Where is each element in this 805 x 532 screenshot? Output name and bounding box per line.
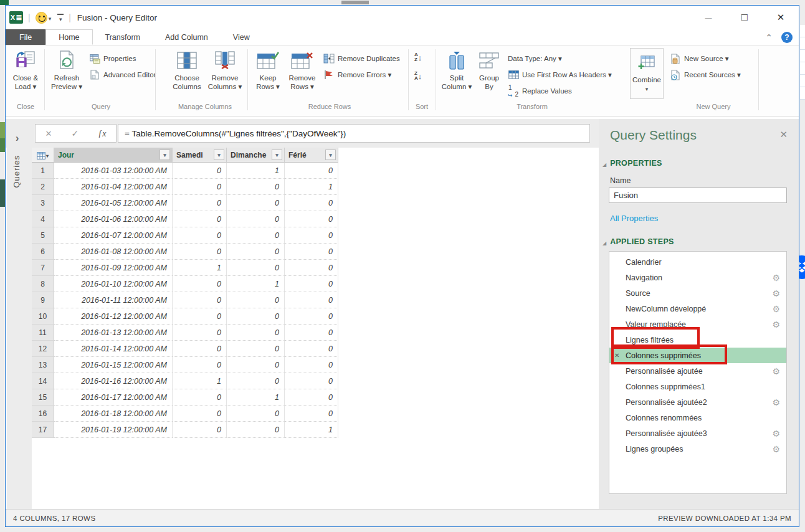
table-cell[interactable]: 0: [173, 308, 227, 325]
table-cell[interactable]: 0: [173, 292, 227, 308]
applied-steps-section-header[interactable]: APPLIED STEPS: [603, 236, 674, 247]
table-cell[interactable]: 2016-01-04 12:00:00 AM: [54, 179, 173, 195]
tab-transform[interactable]: Transform: [93, 29, 153, 45]
applied-step-item[interactable]: Personnalisée ajoutée: [609, 363, 786, 379]
applied-step-item[interactable]: Valeur remplacée: [609, 316, 786, 332]
customize-toolbar-icon[interactable]: [57, 14, 64, 21]
grid-corner-cell[interactable]: [32, 148, 54, 163]
table-cell[interactable]: 2016-01-14 12:00:00 AM: [54, 341, 173, 357]
column-header-samedi[interactable]: Samedi: [173, 148, 227, 163]
applied-step-item[interactable]: Calendrier: [609, 254, 786, 270]
table-cell[interactable]: 2016-01-19 12:00:00 AM: [54, 422, 173, 438]
table-cell[interactable]: 0: [227, 211, 285, 227]
tab-add-column[interactable]: Add Column: [153, 29, 221, 45]
table-cell[interactable]: 0: [285, 406, 338, 422]
column-header-jour[interactable]: Jour: [54, 148, 173, 163]
table-cell[interactable]: 0: [227, 422, 285, 438]
table-cell[interactable]: 0: [227, 227, 285, 244]
table-cell[interactable]: 2016-01-09 12:00:00 AM: [54, 260, 173, 276]
table-cell[interactable]: 0: [227, 406, 285, 422]
applied-step-selected[interactable]: Colonnes supprimées: [609, 348, 786, 363]
table-cell[interactable]: 0: [227, 373, 285, 389]
tab-home[interactable]: Home: [45, 29, 92, 45]
applied-step-item[interactable]: Source: [609, 285, 786, 301]
table-cell[interactable]: 0: [285, 195, 338, 211]
table-cell[interactable]: 0: [173, 276, 227, 292]
table-row[interactable]: 132016-01-15 12:00:00 AM000: [32, 357, 596, 373]
row-number[interactable]: 10: [32, 308, 54, 325]
formula-input[interactable]: = Table.RemoveColumns(#"Lignes filtrées"…: [118, 124, 590, 143]
minimize-button[interactable]: [690, 6, 726, 29]
table-cell[interactable]: 0: [285, 260, 338, 276]
table-cell[interactable]: 0: [173, 406, 227, 422]
filter-dropdown-icon[interactable]: [272, 150, 282, 160]
table-cell[interactable]: 0: [227, 308, 285, 325]
cancel-formula-icon[interactable]: [45, 128, 52, 139]
table-row[interactable]: 42016-01-06 12:00:00 AM000: [32, 211, 596, 227]
table-cell[interactable]: 2016-01-03 12:00:00 AM: [54, 163, 173, 179]
refresh-preview-button[interactable]: Refresh Preview ▾: [48, 49, 85, 91]
table-cell[interactable]: 0: [285, 163, 338, 179]
choose-columns-button[interactable]: Choose Columns: [169, 49, 205, 91]
combine-button[interactable]: Combine: [630, 48, 664, 99]
table-row[interactable]: 72016-01-09 12:00:00 AM100: [32, 260, 596, 276]
smiley-dropdown-caret-icon[interactable]: [49, 12, 52, 23]
table-row[interactable]: 142016-01-16 12:00:00 AM100: [32, 373, 596, 389]
table-cell[interactable]: 0: [285, 292, 338, 308]
table-cell[interactable]: 0: [227, 244, 285, 260]
table-cell[interactable]: 2016-01-17 12:00:00 AM: [54, 389, 173, 406]
recent-sources-button[interactable]: Recent Sources ▾: [670, 68, 741, 82]
sort-descending-button[interactable]: ZA↓: [414, 69, 422, 83]
table-cell[interactable]: 0: [173, 341, 227, 357]
new-source-button[interactable]: New Source ▾: [670, 52, 729, 65]
applied-step-item[interactable]: Colonnes supprimées1: [609, 379, 786, 394]
properties-section-header[interactable]: PROPERTIES: [603, 158, 662, 169]
filter-dropdown-icon[interactable]: [160, 150, 170, 160]
delete-step-icon[interactable]: [614, 352, 619, 359]
gear-icon[interactable]: [772, 273, 780, 282]
table-cell[interactable]: 0: [173, 389, 227, 406]
table-cell[interactable]: 0: [173, 227, 227, 244]
table-cell[interactable]: 0: [285, 308, 338, 325]
close-window-button[interactable]: [763, 6, 799, 29]
table-cell[interactable]: 0: [227, 357, 285, 373]
table-row[interactable]: 22016-01-04 12:00:00 AM001: [32, 179, 596, 195]
row-number[interactable]: 17: [32, 422, 54, 438]
group-by-button[interactable]: Group By: [475, 49, 503, 91]
table-cell[interactable]: 0: [227, 341, 285, 357]
expand-queries-icon[interactable]: [16, 133, 19, 144]
table-cell[interactable]: 0: [227, 195, 285, 211]
applied-step-item[interactable]: Lignes filtrées: [609, 332, 786, 348]
table-row[interactable]: 112016-01-13 12:00:00 AM000: [32, 325, 596, 341]
data-type-button[interactable]: Data Type: Any ▾: [508, 52, 562, 65]
table-cell[interactable]: 0: [227, 260, 285, 276]
applied-step-item[interactable]: NewColumn développé: [609, 301, 786, 316]
column-header-ferie[interactable]: Férié: [285, 148, 338, 163]
row-number[interactable]: 5: [32, 227, 54, 244]
table-cell[interactable]: 0: [285, 244, 338, 260]
table-cell[interactable]: 0: [173, 244, 227, 260]
table-cell[interactable]: 0: [173, 422, 227, 438]
table-cell[interactable]: 0: [173, 179, 227, 195]
table-row[interactable]: 152016-01-17 12:00:00 AM010: [32, 389, 596, 406]
table-cell[interactable]: 0: [285, 325, 338, 341]
table-cell[interactable]: 2016-01-15 12:00:00 AM: [54, 357, 173, 373]
gear-icon[interactable]: [772, 445, 780, 454]
table-cell[interactable]: 0: [285, 276, 338, 292]
table-row[interactable]: 102016-01-12 12:00:00 AM000: [32, 308, 596, 325]
table-cell[interactable]: 0: [285, 373, 338, 389]
table-cell[interactable]: 0: [173, 195, 227, 211]
gear-icon[interactable]: [772, 367, 780, 376]
row-number[interactable]: 6: [32, 244, 54, 260]
row-number[interactable]: 4: [32, 211, 54, 227]
table-cell[interactable]: 2016-01-05 12:00:00 AM: [54, 195, 173, 211]
table-row[interactable]: 82016-01-10 12:00:00 AM010: [32, 276, 596, 292]
remove-errors-button[interactable]: Remove Errors ▾: [323, 68, 391, 82]
table-cell[interactable]: 0: [173, 325, 227, 341]
table-row[interactable]: 92016-01-11 12:00:00 AM000: [32, 292, 596, 308]
use-first-row-as-headers-button[interactable]: Use First Row As Headers ▾: [508, 68, 612, 82]
table-cell[interactable]: 1: [173, 373, 227, 389]
remove-rows-button[interactable]: Remove Rows ▾: [285, 49, 320, 91]
row-number[interactable]: 12: [32, 341, 54, 357]
row-number[interactable]: 14: [32, 373, 54, 389]
